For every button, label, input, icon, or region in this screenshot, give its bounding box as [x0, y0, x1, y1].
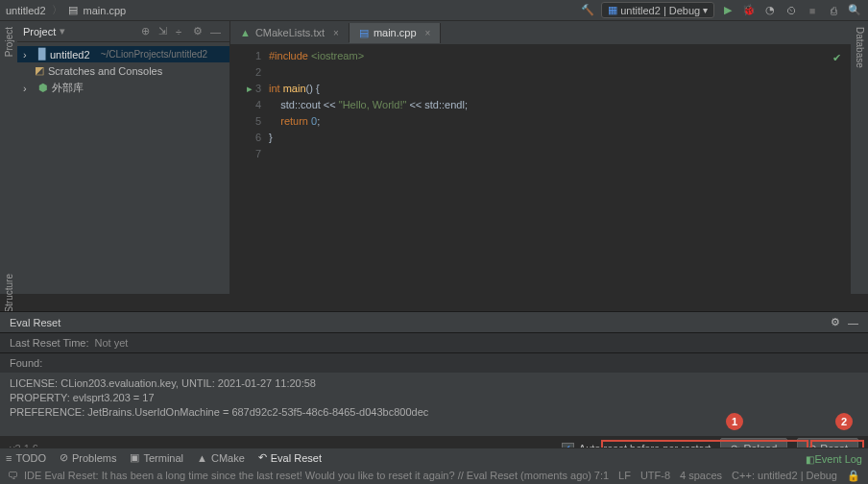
scratch-icon: ◩	[35, 64, 44, 77]
line-sep[interactable]: LF	[618, 470, 631, 481]
context[interactable]: C++: untitled2 | Debug	[732, 470, 837, 481]
collapse-icon[interactable]: ÷	[176, 26, 189, 37]
folder-icon: ▉	[38, 48, 46, 60]
hide-icon[interactable]: —	[848, 317, 858, 328]
git-icon[interactable]: ⎙	[826, 3, 841, 18]
locate-icon[interactable]: ⊕	[141, 25, 155, 37]
todo-icon: ≡	[6, 452, 12, 464]
hide-icon[interactable]: —	[210, 26, 224, 37]
profile-icon[interactable]: ⏲	[784, 3, 799, 18]
rail-database[interactable]: Database	[855, 27, 865, 68]
chevron-right-icon: ›	[23, 83, 35, 94]
encoding[interactable]: UTF-8	[640, 470, 670, 481]
tree-external[interactable]: › ⬢ 外部库	[17, 79, 229, 97]
last-reset-label: Last Reset Time:	[10, 337, 89, 349]
debug-button[interactable]: 🐞	[741, 3, 757, 18]
project-panel-title: Project	[23, 26, 56, 37]
coverage-icon[interactable]: ◔	[762, 3, 778, 18]
stop-button[interactable]: ■	[805, 3, 820, 18]
breadcrumb-file[interactable]: main.cpp	[84, 5, 127, 16]
warning-icon: ⊘	[60, 451, 68, 464]
close-icon[interactable]: ×	[333, 28, 339, 38]
last-reset-value: Not yet	[95, 337, 129, 349]
line-gutter: 12 ▸ 3 45 67	[230, 44, 269, 294]
run-button[interactable]: ▶	[720, 3, 735, 18]
gear-icon[interactable]: ⚙	[831, 316, 840, 328]
expand-icon[interactable]: ⇲	[158, 25, 172, 37]
event-log-link[interactable]: ◧ Event Log	[806, 453, 862, 465]
bottom-tab-cmake[interactable]: ▲CMake	[197, 452, 245, 464]
status-message: IDE Eval Reset: It has been a long time …	[24, 470, 591, 481]
code-area[interactable]: #include <iostream> int main() { std::co…	[269, 44, 468, 294]
cmake-icon: ▲	[197, 452, 207, 464]
tab-main-cpp[interactable]: ▤ main.cpp×	[350, 23, 441, 43]
gear-icon[interactable]: ⚙	[193, 25, 206, 37]
callout-2: 2	[835, 413, 853, 430]
cpp-icon: ▤	[359, 27, 369, 39]
search-icon[interactable]: 🔍	[847, 3, 862, 18]
bottom-tab-todo[interactable]: ≡TODO	[6, 452, 46, 464]
breadcrumb-project[interactable]: untitled2	[6, 5, 46, 16]
cursor-pos: 7:1	[594, 470, 609, 481]
check-icon: ✔	[832, 52, 841, 64]
tab-cmakelists[interactable]: ▲ CMakeLists.txt×	[230, 23, 350, 42]
close-icon[interactable]: ×	[425, 28, 431, 38]
chevron-down-icon[interactable]: ▾	[60, 25, 73, 37]
panel-title: Eval Reset	[10, 317, 60, 328]
cmake-icon: ▲	[240, 27, 251, 38]
run-config-select[interactable]: ▦ untitled2 | Debug ▾	[601, 2, 714, 18]
msg-icon: 🗨	[8, 470, 18, 481]
bottom-tab-terminal[interactable]: ▣Terminal	[130, 451, 183, 464]
bottom-tab-problems[interactable]: ⊘Problems	[60, 451, 116, 464]
tree-root[interactable]: › ▉ untitled2 ~/CLionProjects/untitled2	[17, 46, 229, 62]
terminal-icon: ▣	[130, 451, 139, 464]
lock-icon[interactable]: 🔒	[847, 470, 860, 482]
rail-structure[interactable]: Structure	[4, 274, 14, 313]
rail-project[interactable]: Project	[4, 27, 14, 57]
callout-1: 1	[726, 413, 743, 430]
build-icon[interactable]: 🔨	[580, 3, 595, 18]
lib-icon: ⬢	[38, 82, 48, 94]
chevron-right-icon: ›	[23, 49, 35, 60]
file-icon: ▤	[68, 4, 78, 16]
indent[interactable]: 4 spaces	[680, 470, 722, 481]
reset-icon: ↶	[258, 451, 267, 464]
tree-scratches[interactable]: ◩ Scratches and Consoles	[17, 62, 229, 79]
found-label: Found:	[10, 357, 42, 369]
bottom-tab-eval[interactable]: ↶Eval Reset	[258, 451, 322, 464]
